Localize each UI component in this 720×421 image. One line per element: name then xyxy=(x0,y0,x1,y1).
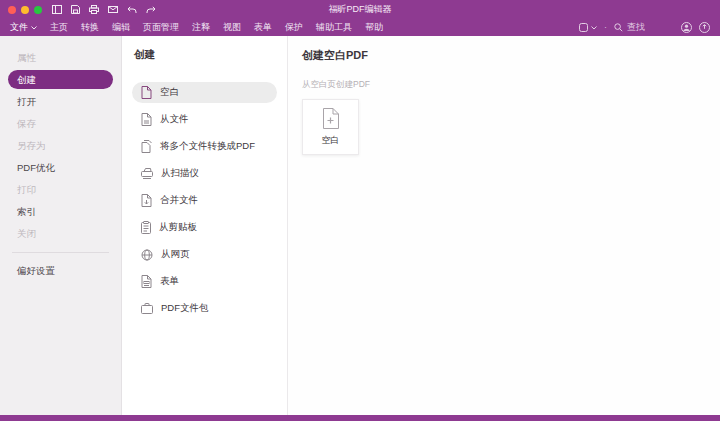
from-file-icon xyxy=(141,113,152,126)
menu-edit[interactable]: 编辑 xyxy=(112,21,130,34)
email-icon[interactable] xyxy=(108,6,118,13)
sidebar-item-properties: 属性 xyxy=(8,48,113,67)
scanner-icon xyxy=(141,168,153,179)
menubar-separator: · xyxy=(604,23,607,32)
search-scope-icon xyxy=(579,23,588,32)
sidebar-item-open[interactable]: 打开 xyxy=(8,92,113,111)
titlebar: 福昕PDF编辑器 xyxy=(0,0,720,19)
find-label: 查找 xyxy=(627,21,645,34)
page-subtitle: 从空白页创建PDF xyxy=(302,79,706,91)
sidebar-item-print: 打印 xyxy=(8,180,113,199)
quick-access-toolbar xyxy=(52,5,156,14)
create-option-from-scanner[interactable]: 从扫描仪 xyxy=(132,163,277,184)
create-option-label: 将多个文件转换成PDF xyxy=(160,140,255,153)
minimize-window-button[interactable] xyxy=(21,6,29,14)
content-area: 创建空白PDF 从空白页创建PDF 空白 xyxy=(288,36,720,415)
chevron-down-icon xyxy=(591,26,597,30)
redo-icon[interactable] xyxy=(146,6,156,14)
blank-page-icon xyxy=(141,86,152,99)
create-options-panel: 创建 空白 从文件 将多个文件转换成PDF 从扫描仪 合并文件 xyxy=(122,36,288,415)
form-icon xyxy=(141,275,152,288)
create-option-from-web-page[interactable]: 从网页 xyxy=(132,244,277,265)
zoom-window-button[interactable] xyxy=(34,6,42,14)
toggle-toolbar-icon[interactable] xyxy=(52,5,62,14)
file-backstage-sidebar: 属性 创建 打开 保存 另存为 PDF优化 打印 索引 关闭 偏好设置 xyxy=(0,36,122,415)
sidebar-item-pdf-optimize[interactable]: PDF优化 xyxy=(8,158,113,177)
sidebar-item-preferences[interactable]: 偏好设置 xyxy=(8,261,113,280)
create-option-merge-files[interactable]: 合并文件 xyxy=(132,190,277,211)
menubar: 文件 主页 转换 编辑 页面管理 注释 视图 表单 保护 辅助工具 帮助 · 查… xyxy=(0,19,720,36)
menu-help[interactable]: 帮助 xyxy=(365,21,383,34)
page-title: 创建空白PDF xyxy=(302,48,706,63)
menu-items: 文件 主页 转换 编辑 页面管理 注释 视图 表单 保护 辅助工具 帮助 xyxy=(10,21,383,34)
sidebar-item-save: 保存 xyxy=(8,114,113,133)
menu-page-management[interactable]: 页面管理 xyxy=(143,21,179,34)
menu-view[interactable]: 视图 xyxy=(223,21,241,34)
bottom-bar xyxy=(0,415,720,421)
window-controls xyxy=(8,6,42,14)
menu-file[interactable]: 文件 xyxy=(10,21,37,34)
save-icon[interactable] xyxy=(71,5,80,14)
create-option-form[interactable]: 表单 xyxy=(132,271,277,292)
menu-file-label: 文件 xyxy=(10,21,28,34)
create-option-label: 从剪贴板 xyxy=(159,221,197,234)
sidebar-item-create[interactable]: 创建 xyxy=(8,70,113,89)
sidebar-divider xyxy=(12,252,109,253)
new-document-icon xyxy=(322,108,339,129)
combine-files-icon xyxy=(141,140,152,153)
create-option-label: 空白 xyxy=(160,86,179,99)
create-option-label: 表单 xyxy=(160,275,179,288)
sidebar-item-save-as: 另存为 xyxy=(8,136,113,155)
menu-comment[interactable]: 注释 xyxy=(192,21,210,34)
menu-accessibility[interactable]: 辅助工具 xyxy=(316,21,352,34)
sidebar-item-index[interactable]: 索引 xyxy=(8,202,113,221)
blank-card-label: 空白 xyxy=(322,134,340,147)
search-scope-dropdown[interactable] xyxy=(579,23,597,32)
sidebar-item-close: 关闭 xyxy=(8,224,113,243)
close-window-button[interactable] xyxy=(8,6,16,14)
menu-form[interactable]: 表单 xyxy=(254,21,272,34)
create-option-blank[interactable]: 空白 xyxy=(132,82,277,103)
find-field[interactable]: 查找 xyxy=(614,21,645,34)
clipboard-icon xyxy=(141,221,151,234)
menu-convert[interactable]: 转换 xyxy=(81,21,99,34)
menu-protect[interactable]: 保护 xyxy=(285,21,303,34)
chevron-down-icon xyxy=(31,26,37,30)
search-icon xyxy=(614,23,623,32)
user-avatar-icon[interactable] xyxy=(681,22,692,33)
create-option-label: 从网页 xyxy=(161,248,190,261)
menubar-right: · 查找 xyxy=(579,21,710,34)
create-option-label: 从扫描仪 xyxy=(161,167,199,180)
blank-pdf-card[interactable]: 空白 xyxy=(302,99,359,155)
print-icon[interactable] xyxy=(89,5,99,14)
create-option-from-clipboard[interactable]: 从剪贴板 xyxy=(132,217,277,238)
app-window: 福昕PDF编辑器 文件 主页 转换 编辑 页面管理 注释 视图 表单 保护 辅助… xyxy=(0,0,720,421)
create-option-pdf-portfolio[interactable]: PDF文件包 xyxy=(132,298,277,319)
undo-icon[interactable] xyxy=(127,6,137,14)
create-option-label: 合并文件 xyxy=(160,194,198,207)
menu-home[interactable]: 主页 xyxy=(50,21,68,34)
create-option-label: 从文件 xyxy=(160,113,189,126)
create-option-label: PDF文件包 xyxy=(161,302,209,315)
create-option-from-file[interactable]: 从文件 xyxy=(132,109,277,130)
pdf-portfolio-icon xyxy=(141,303,153,314)
share-icon[interactable] xyxy=(699,22,710,33)
create-option-combine-files[interactable]: 将多个文件转换成PDF xyxy=(132,136,277,157)
panel-title: 创建 xyxy=(134,48,275,62)
web-page-icon xyxy=(141,249,153,261)
merge-files-icon xyxy=(141,194,152,207)
main-area: 属性 创建 打开 保存 另存为 PDF优化 打印 索引 关闭 偏好设置 创建 空… xyxy=(0,36,720,415)
